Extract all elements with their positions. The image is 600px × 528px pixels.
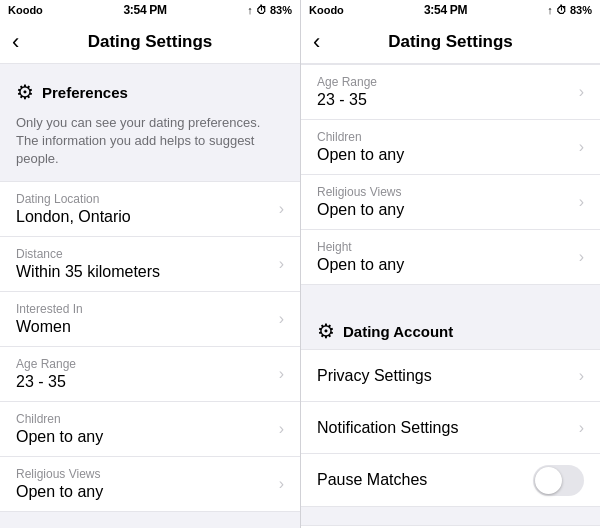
nav-bar-right: ‹ Dating Settings: [301, 20, 600, 64]
right-panel: Koodo 3:54 PM ↑ ⏱ 83% ‹ Dating Settings …: [300, 0, 600, 528]
age-range-label: Age Range: [16, 357, 273, 371]
privacy-settings-content: Privacy Settings: [317, 367, 573, 385]
notification-settings-item[interactable]: Notification Settings ›: [301, 402, 600, 454]
pause-matches-content: Pause Matches: [317, 471, 533, 489]
r-children-content: Children Open to any: [317, 130, 573, 164]
list-item[interactable]: Children Open to any ›: [301, 120, 600, 175]
list-item[interactable]: Distance Within 35 kilometers ›: [0, 237, 300, 292]
dating-account-header: ⚙ Dating Account: [301, 303, 600, 349]
chevron-icon: ›: [579, 193, 584, 211]
privacy-settings-label: Privacy Settings: [317, 367, 573, 385]
privacy-settings-item[interactable]: Privacy Settings ›: [301, 350, 600, 402]
r-age-range-label: Age Range: [317, 75, 573, 89]
right-preference-list: Age Range 23 - 35 › Children Open to any…: [301, 64, 600, 285]
account-list: Privacy Settings › Notification Settings…: [301, 349, 600, 507]
religious-views-value: Open to any: [16, 483, 273, 501]
chevron-icon: ›: [279, 200, 284, 218]
list-item[interactable]: Height Open to any ›: [301, 230, 600, 284]
dating-account-label: Dating Account: [343, 323, 453, 340]
back-button-right[interactable]: ‹: [313, 31, 320, 53]
r-religious-views-value: Open to any: [317, 201, 573, 219]
interested-in-content: Interested In Women: [16, 302, 273, 336]
interested-in-label: Interested In: [16, 302, 273, 316]
r-religious-views-content: Religious Views Open to any: [317, 185, 573, 219]
list-item[interactable]: Age Range 23 - 35 ›: [0, 347, 300, 402]
nav-bar-left: ‹ Dating Settings: [0, 20, 300, 64]
list-item[interactable]: Age Range 23 - 35 ›: [301, 65, 600, 120]
notification-settings-content: Notification Settings: [317, 419, 573, 437]
age-range-value: 23 - 35: [16, 373, 273, 391]
interested-in-value: Women: [16, 318, 273, 336]
r-religious-views-label: Religious Views: [317, 185, 573, 199]
dating-location-value: London, Ontario: [16, 208, 273, 226]
status-bar-right: Koodo 3:54 PM ↑ ⏱ 83%: [301, 0, 600, 20]
list-item[interactable]: Dating Location London, Ontario ›: [0, 182, 300, 237]
r-age-range-value: 23 - 35: [317, 91, 573, 109]
chevron-icon: ›: [579, 83, 584, 101]
gear-icon: ⚙: [317, 319, 335, 343]
distance-content: Distance Within 35 kilometers: [16, 247, 273, 281]
pause-matches-toggle[interactable]: [533, 465, 584, 496]
chevron-icon: ›: [579, 248, 584, 266]
status-icons-right: ↑ ⏱ 83%: [547, 4, 592, 16]
preferences-list: Dating Location London, Ontario › Distan…: [0, 181, 300, 512]
chevron-icon: ›: [579, 419, 584, 437]
religious-views-label: Religious Views: [16, 467, 273, 481]
children-content: Children Open to any: [16, 412, 273, 446]
list-item[interactable]: Religious Views Open to any ›: [0, 457, 300, 511]
children-value: Open to any: [16, 428, 273, 446]
preferences-header: ⚙ Preferences: [0, 64, 300, 110]
age-range-content: Age Range 23 - 35: [16, 357, 273, 391]
distance-value: Within 35 kilometers: [16, 263, 273, 281]
pause-matches-label: Pause Matches: [317, 471, 533, 489]
chevron-icon: ›: [279, 310, 284, 328]
chevron-icon: ›: [279, 420, 284, 438]
right-content: Age Range 23 - 35 › Children Open to any…: [301, 64, 600, 528]
carrier-left: Koodo: [8, 4, 43, 16]
pause-matches-item[interactable]: Pause Matches: [301, 454, 600, 506]
list-item[interactable]: Religious Views Open to any ›: [301, 175, 600, 230]
spacer: [301, 285, 600, 303]
chevron-icon: ›: [579, 367, 584, 385]
time-right: 3:54 PM: [424, 3, 467, 17]
chevron-icon: ›: [279, 365, 284, 383]
r-children-label: Children: [317, 130, 573, 144]
notification-settings-label: Notification Settings: [317, 419, 573, 437]
page-title-left: Dating Settings: [88, 32, 213, 52]
children-label: Children: [16, 412, 273, 426]
status-bar-left: Koodo 3:54 PM ↑ ⏱ 83%: [0, 0, 300, 20]
left-content: ⚙ Preferences Only you can see your dati…: [0, 64, 300, 528]
list-item[interactable]: Children Open to any ›: [0, 402, 300, 457]
spacer-2: [301, 507, 600, 525]
preferences-description: Only you can see your dating preferences…: [0, 110, 300, 181]
dating-location-content: Dating Location London, Ontario: [16, 192, 273, 226]
chevron-icon: ›: [279, 255, 284, 273]
religious-views-content: Religious Views Open to any: [16, 467, 273, 501]
distance-label: Distance: [16, 247, 273, 261]
r-height-label: Height: [317, 240, 573, 254]
page-title-right: Dating Settings: [388, 32, 513, 52]
r-age-range-content: Age Range 23 - 35: [317, 75, 573, 109]
preferences-label: Preferences: [42, 84, 128, 101]
chevron-icon: ›: [579, 138, 584, 156]
r-children-value: Open to any: [317, 146, 573, 164]
back-button-left[interactable]: ‹: [12, 31, 19, 53]
carrier-right: Koodo: [309, 4, 344, 16]
time-left: 3:54 PM: [123, 3, 166, 17]
chevron-icon: ›: [279, 475, 284, 493]
r-height-value: Open to any: [317, 256, 573, 274]
preferences-icon: ⚙: [16, 80, 34, 104]
dating-location-label: Dating Location: [16, 192, 273, 206]
r-height-content: Height Open to any: [317, 240, 573, 274]
left-panel: Koodo 3:54 PM ↑ ⏱ 83% ‹ Dating Settings …: [0, 0, 300, 528]
list-item[interactable]: Interested In Women ›: [0, 292, 300, 347]
status-icons-left: ↑ ⏱ 83%: [247, 4, 292, 16]
